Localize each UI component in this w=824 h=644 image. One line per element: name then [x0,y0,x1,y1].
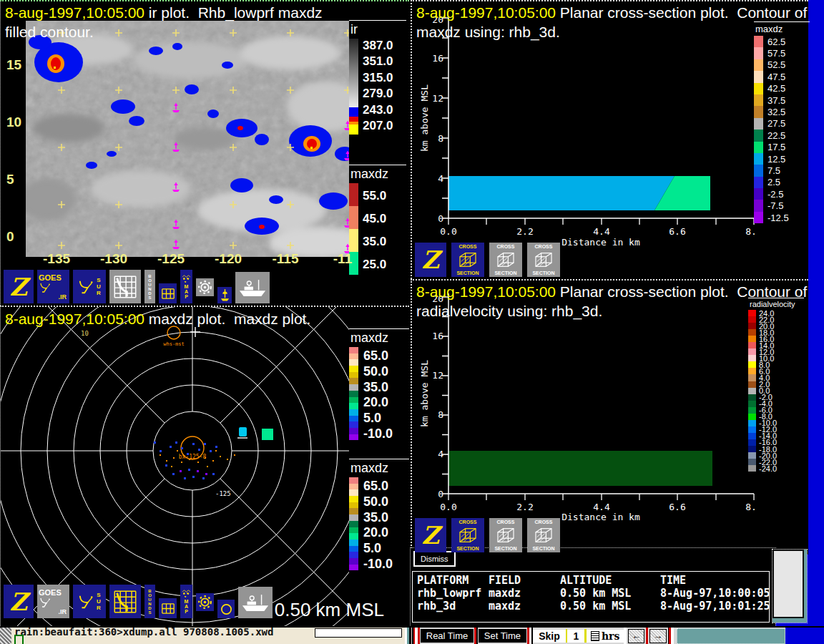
colorbar-entry: 7.5 [754,165,810,176]
gear-button[interactable] [196,593,214,611]
surveillance-button[interactable]: SUR [73,585,106,618]
step-forward-button[interactable]: → [649,629,667,643]
colorbar-value: 7.5 [767,165,780,176]
platform-field-table: PLATFORMFIELDALTITUDETIME rhb_lowprf max… [412,571,770,623]
svg-text:12: 12 [432,93,443,104]
set-time-button[interactable]: Set Time [479,629,526,643]
colorbar-value: 20.0 [363,525,393,541]
ship-button[interactable] [238,587,273,618]
xs1-title-line2: maxdz using: rhb_3d. [416,22,560,42]
cross-section-button[interactable]: CROSS SECTION [489,518,522,552]
svg-text:4: 4 [438,173,443,184]
svg-text:6.6: 6.6 [669,226,685,237]
gear-button[interactable] [196,278,214,296]
cross-section-button[interactable]: CROSS SECTION [527,518,560,552]
colorbar-swatch [349,540,358,546]
colorbar-swatch [754,71,763,82]
xs2-title-line2: radialvelocity using: rhb_3d. [416,301,602,321]
colorbar-swatch [349,496,358,502]
colorbar-swatch [349,552,358,558]
circle-button[interactable] [217,600,235,618]
cell-field: maxdz [489,600,560,613]
colorbar-value: 35.0 [363,380,393,396]
cross-section-button[interactable]: CROSS SECTION [527,243,560,277]
colorbar-entry: 2.0 [748,381,804,388]
marker-label: whs-mst [163,341,185,347]
surveillance-button[interactable]: SUR [73,270,106,303]
colorbar-swatch [349,391,358,397]
ir-toolbar: Z GOES .IR SUR BOUNDS MAP [4,270,270,303]
map-button[interactable]: MAP [180,585,192,618]
real-time-button[interactable]: Real Time [421,629,474,643]
bounds-button[interactable]: BOUNDS [144,585,155,618]
zebra-logo-button[interactable]: Z [4,270,34,303]
colorbar-swatch [349,397,358,404]
svg-text:8: 8 [438,133,443,144]
colorbar-entry: -2.0 [748,394,804,401]
svg-text:0.0: 0.0 [440,502,456,512]
buoy-button[interactable] [217,287,232,303]
ir-y-axis-labels: 151050 [6,57,21,246]
colorbar-swatch [349,366,358,372]
colorbar-swatch [748,381,756,388]
cube-icon [534,527,553,543]
colorbar-swatch [349,183,358,206]
table-row: rhb_3d maxdz 0.50 km MSL 8-Aug-97,10:01:… [417,600,769,613]
xs2-button-row: Z CROSS SECTION CROSS SECTION CROSS SECT… [415,518,560,552]
skip-button[interactable]: Skip [533,630,566,643]
colorbar-swatch [754,130,763,141]
svg-text:8.: 8. [745,502,757,512]
scrollbar-panel[interactable] [772,550,807,623]
cross-section-button-active[interactable]: CROSS SECTION [451,243,484,277]
echo-cyan [239,427,247,436]
grid-radar-button[interactable] [109,585,141,618]
bounds-button[interactable]: BOUNDS [144,270,155,303]
colorbar-swatch [349,527,358,534]
zebra-logo-button[interactable]: Z [415,243,446,277]
goes-ir-button[interactable]: GOES .IR [37,270,69,303]
zebra-z-icon: Z [10,590,28,614]
ship-button[interactable] [235,272,270,303]
zebra-logo-button[interactable]: Z [415,518,446,552]
skip-value-field[interactable]: 1 [567,630,584,643]
colorbar-value: 52.5 [767,59,785,70]
hours-unit-control[interactable]: hrs [587,630,624,643]
axis-tick-label: 5 [6,172,21,189]
cube-icon [496,252,515,268]
xs1-title: 8-aug-1997,10:05:00 Planar cross-section… [416,3,807,22]
zebra-z-icon: Z [422,248,440,272]
colorbar-swatch [349,378,358,384]
azimuth-label: -125 [215,490,231,497]
colorbar-swatch [748,355,756,361]
colorbar-swatch [748,323,756,329]
colorbar-title: ir [349,20,406,39]
resize-grip [0,628,11,644]
grid-small-button[interactable] [159,283,177,303]
colorbar-swatch [349,416,358,422]
map-button[interactable]: MAP [180,270,192,303]
terminal-strip[interactable]: rain:beaufait:360>xdump.all 970808.1005.… [11,628,405,644]
colorbar-value: 279.0 [363,87,393,102]
divider-bars [405,628,412,644]
colorbar-value: 207.0 [363,119,393,135]
colorbar-value: 37.5 [767,95,785,106]
colorbar-value: 243.0 [363,103,393,119]
x-axis-title: Distance in km [561,512,640,522]
colorbar-value: 42.5 [767,83,785,94]
colorbar-swatch [754,188,763,200]
colorbar-swatch [349,359,358,366]
goes-ir-button[interactable]: GOES .IR [37,585,69,618]
colorbar-swatch [349,206,358,229]
grid-small-button[interactable] [159,598,177,618]
cross-section-button[interactable]: CROSS SECTION [489,243,522,277]
cross-section-button-active[interactable]: CROSS SECTION [451,518,484,552]
scrollbar-thumb[interactable] [772,550,804,618]
grid-radar-button[interactable] [109,270,141,303]
zebra-logo-button[interactable]: Z [4,585,34,618]
terminal-inset-box [315,628,402,638]
colorbar-value: 22.5 [767,130,785,141]
colorbar-swatch [748,388,756,394]
dismiss-button[interactable]: Dismiss [413,551,456,567]
step-back-button[interactable]: ← [628,629,645,643]
range-label: 10 [81,330,89,337]
